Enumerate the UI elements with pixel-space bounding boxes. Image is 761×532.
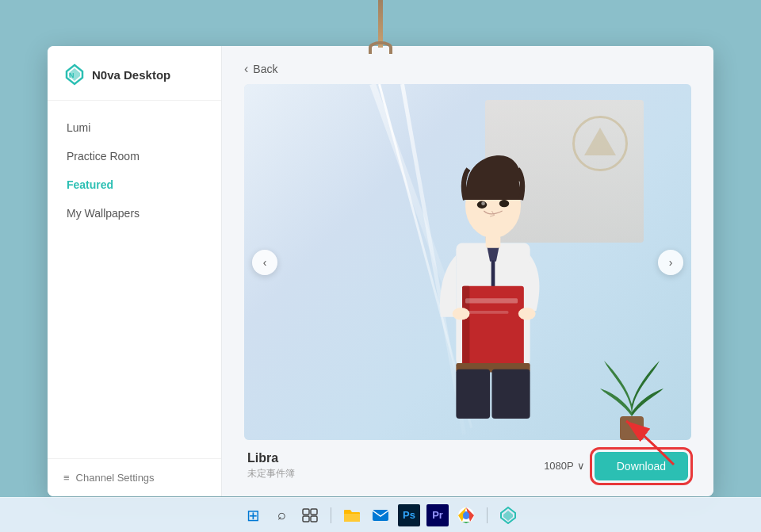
taskbar-photoshop[interactable]: Ps [398, 504, 420, 526]
svg-rect-12 [462, 286, 524, 366]
main-content: ‹ Back [222, 46, 713, 496]
plant-decoration [596, 345, 667, 440]
resolution-selector[interactable]: 1080P ∨ [544, 460, 585, 472]
taskbar: ⊞ ⌕ Ps Pr [0, 497, 761, 532]
sidebar-logo: N N0va Desktop [48, 46, 221, 101]
svg-rect-25 [303, 516, 309, 522]
svg-rect-13 [462, 286, 469, 366]
wallpaper-area: ‹ › Libra 未定事件簿 1080P ∨ Download [222, 84, 713, 496]
sidebar-nav: Lumi Practice Room Featured My Wallpaper… [48, 101, 221, 458]
carousel-arrow-left[interactable]: ‹ [252, 250, 277, 275]
svg-rect-26 [311, 516, 317, 522]
taskbar-separator-2 [487, 507, 488, 523]
taskbar-chrome[interactable] [455, 504, 477, 526]
character-illustration [366, 120, 620, 440]
wallpaper-title: Libra [247, 451, 295, 465]
app-window: N N0va Desktop Lumi Practice Room Featur… [48, 46, 713, 496]
svg-point-17 [518, 308, 536, 320]
wallpaper-title-block: Libra 未定事件簿 [247, 451, 295, 480]
svg-point-10 [481, 201, 485, 205]
resolution-chevron-icon: ∨ [577, 460, 585, 472]
wallpaper-subtitle: 未定事件簿 [247, 467, 295, 480]
svg-text:N: N [69, 71, 75, 79]
sidebar-item-featured[interactable]: Featured [48, 170, 221, 199]
nova-logo-icon: N [63, 63, 86, 86]
svg-rect-15 [465, 311, 508, 314]
svg-rect-11 [486, 235, 501, 248]
sidebar-item-my-wallpapers[interactable]: My Wallpapers [48, 199, 221, 228]
taskbar-premiere[interactable]: Pr [426, 504, 449, 526]
svg-point-30 [463, 512, 469, 519]
resolution-value: 1080P [544, 460, 574, 472]
left-arrow-icon: ‹ [263, 256, 267, 269]
svg-rect-21 [620, 416, 644, 440]
hamburger-icon: ≡ [63, 472, 70, 484]
back-button[interactable]: ‹ Back [244, 62, 277, 76]
wallpaper-actions: 1080P ∨ Download [544, 452, 688, 480]
svg-rect-19 [456, 369, 490, 419]
sidebar-item-lumi[interactable]: Lumi [48, 113, 221, 142]
taskbar-search[interactable]: ⌕ [270, 504, 293, 526]
svg-marker-32 [503, 511, 513, 521]
taskbar-mail[interactable] [369, 504, 392, 526]
taskbar-file-explorer[interactable] [341, 504, 363, 526]
taskbar-start-button[interactable]: ⊞ [242, 504, 264, 526]
svg-rect-14 [465, 298, 518, 303]
download-button[interactable]: Download [595, 452, 688, 480]
carousel-arrow-right[interactable]: › [658, 250, 683, 275]
svg-rect-27 [373, 510, 388, 521]
wallpaper-illustration [244, 84, 691, 440]
sidebar-item-practice-room[interactable]: Practice Room [48, 142, 221, 170]
svg-rect-20 [491, 369, 530, 419]
back-chevron-icon: ‹ [244, 62, 248, 76]
svg-point-9 [499, 200, 509, 207]
taskbar-task-view[interactable] [299, 504, 321, 526]
app-title: N0va Desktop [92, 68, 170, 82]
taskbar-nova[interactable] [497, 504, 519, 526]
svg-rect-23 [303, 509, 309, 515]
taskbar-separator-1 [331, 507, 331, 523]
sidebar: N N0va Desktop Lumi Practice Room Featur… [48, 46, 222, 496]
rope-hook [369, 41, 392, 54]
channel-settings-label: Channel Settings [76, 472, 155, 484]
image-carousel: ‹ › [244, 84, 691, 440]
back-label: Back [253, 63, 277, 75]
wallpaper-info-bar: Libra 未定事件簿 1080P ∨ Download [244, 440, 691, 484]
content-header: ‹ Back [222, 46, 713, 84]
svg-point-16 [453, 308, 470, 320]
rope-decoration [378, 0, 383, 48]
svg-rect-24 [311, 509, 317, 515]
channel-settings[interactable]: ≡ Channel Settings [48, 458, 221, 496]
right-arrow-icon: › [669, 256, 673, 269]
